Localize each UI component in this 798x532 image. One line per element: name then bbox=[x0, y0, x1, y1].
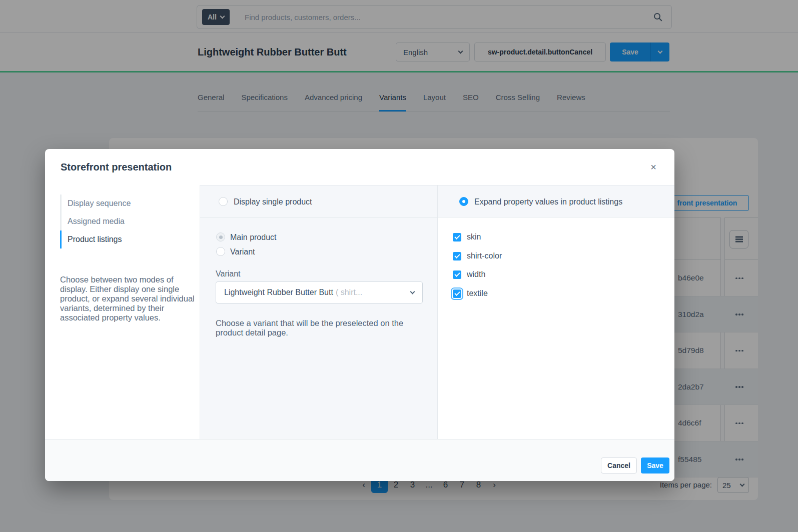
modal-footer: Cancel Save bbox=[45, 439, 674, 481]
variant-field-label: Variant bbox=[216, 270, 241, 278]
expand-properties-label: Expand property values in product listin… bbox=[474, 198, 622, 206]
sidebar-item-assigned-media[interactable]: Assigned media bbox=[60, 212, 180, 230]
modal-body: Display sequence Assigned media Product … bbox=[45, 185, 674, 439]
single-product-mode-column: Display single product Main product Vari… bbox=[200, 185, 438, 439]
property-checkbox-shirt-color[interactable]: shirt-color bbox=[453, 251, 502, 261]
checkbox-checked-icon bbox=[453, 233, 461, 242]
checkbox-checked-icon bbox=[453, 252, 461, 260]
checkbox-checked-icon bbox=[453, 290, 461, 298]
property-checkbox-skin[interactable]: skin bbox=[453, 232, 481, 242]
single-product-mode-header: Display single product bbox=[200, 186, 437, 218]
variant-radio[interactable] bbox=[216, 247, 225, 256]
modal-close-button[interactable]: × bbox=[645, 159, 661, 175]
variant-select-value: Lightweight Rubber Butter Butt bbox=[224, 288, 333, 297]
property-checkbox-textile[interactable]: textile bbox=[453, 288, 488, 298]
modal-sidebar: Display sequence Assigned media Product … bbox=[45, 185, 200, 439]
modal-save-label: Save bbox=[647, 462, 663, 470]
property-label: textile bbox=[467, 289, 488, 298]
sidebar-item-label: Product listings bbox=[68, 235, 122, 244]
property-label: shirt-color bbox=[467, 252, 502, 260]
modal-cancel-label: Cancel bbox=[607, 462, 630, 470]
mode-description: Choose between two modes of display. Eit… bbox=[60, 275, 196, 322]
display-single-product-label: Display single product bbox=[234, 198, 312, 206]
property-label: skin bbox=[467, 232, 481, 242]
close-icon: × bbox=[650, 162, 656, 173]
main-product-label: Main product bbox=[230, 233, 277, 242]
variant-select[interactable]: Lightweight Rubber Butter Butt ( shirt..… bbox=[216, 282, 423, 304]
expand-properties-radio[interactable] bbox=[459, 197, 468, 206]
variant-select-value-hint: ( shirt... bbox=[336, 288, 362, 297]
modal-title: Storefront presentation bbox=[61, 149, 172, 185]
storefront-presentation-modal: Storefront presentation × Display sequen… bbox=[45, 149, 674, 481]
property-label: width bbox=[467, 270, 485, 279]
sidebar-item-display-sequence[interactable]: Display sequence bbox=[60, 194, 180, 212]
modal-save-button[interactable]: Save bbox=[641, 458, 669, 474]
variant-help-text: Choose a variant that will be the presel… bbox=[216, 318, 412, 338]
expand-properties-header: Expand property values in product listin… bbox=[438, 186, 674, 218]
variant-radio-label: Variant bbox=[230, 248, 255, 256]
expand-properties-mode-column: Expand property values in product listin… bbox=[438, 185, 674, 439]
display-single-product-radio[interactable] bbox=[219, 197, 228, 206]
modal-cancel-button[interactable]: Cancel bbox=[601, 458, 637, 474]
main-product-radio[interactable] bbox=[216, 232, 225, 242]
checkbox-checked-icon bbox=[453, 270, 461, 279]
property-checkbox-width[interactable]: width bbox=[453, 270, 485, 280]
sidebar-item-product-listings[interactable]: Product listings bbox=[60, 230, 180, 248]
sidebar-item-label: Assigned media bbox=[68, 217, 125, 226]
chevron-down-icon bbox=[410, 290, 415, 294]
sidebar-item-label: Display sequence bbox=[68, 199, 131, 208]
